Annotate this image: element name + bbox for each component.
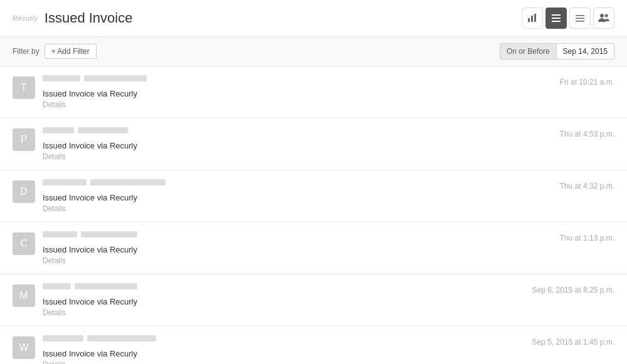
item-time: Sep 6, 2015 at 8:25 p.m. [532,286,614,294]
item-description: Issued Invoice via Recurly [43,89,614,98]
filter-bar: Filter by + Add Filter On or Before Sep … [0,37,627,66]
add-filter-button[interactable]: + Add Filter [45,44,97,59]
redacted-detail [78,127,128,133]
header-icons [522,8,614,29]
lines-icon-button[interactable] [569,8,591,29]
svg-rect-4 [552,18,561,19]
item-content: Issued Invoice via Recurly Details [43,75,614,109]
item-details-link[interactable]: Details [43,360,66,364]
avatar: C [13,232,35,255]
item-details-link[interactable]: Details [43,152,66,161]
invoice-list: T Issued Invoice via Recurly Details Fri… [0,66,627,364]
svg-rect-6 [576,15,584,16]
item-description: Issued Invoice via Recurly [43,141,614,150]
redacted-name [43,127,74,133]
filter-right: On or Before Sep 14, 2015 [500,43,614,60]
list-item: T Issued Invoice via Recurly Details Fri… [0,66,627,118]
svg-rect-0 [528,18,530,22]
list-item: P Issued Invoice via Recurly Details Thu… [0,118,627,170]
filter-left: Filter by + Add Filter [13,44,97,59]
redacted-detail [87,335,156,341]
redacted-name [43,335,83,341]
avatar: D [13,180,35,203]
people-icon [598,13,609,23]
date-filter-button[interactable]: Sep 14, 2015 [556,43,614,60]
item-details-link[interactable]: Details [43,308,66,317]
redacted-name [43,283,71,289]
lines-icon [575,13,585,23]
item-content: Issued Invoice via Recurly Details [43,283,614,317]
item-time: Thu at 4:53 p.m. [560,130,614,138]
svg-rect-5 [552,21,561,22]
redacted-name [43,75,80,81]
bar-chart-icon [527,13,537,23]
list-item: M Issued Invoice via Recurly Details Sep… [0,274,627,326]
redacted-row [43,231,614,241]
header: Recurly Issued Invoice [0,0,627,37]
avatar: T [13,76,35,99]
redacted-name [43,179,87,185]
redacted-row [43,179,614,189]
item-time: Fri at 10:21 a.m. [560,78,614,86]
item-time: Thu at 4:32 p.m. [560,182,614,190]
item-description: Issued Invoice via Recurly [43,245,614,254]
people-icon-button[interactable] [593,8,614,29]
svg-rect-7 [576,18,584,19]
redacted-row [43,127,614,137]
svg-rect-1 [531,16,533,22]
svg-point-9 [600,14,604,18]
avatar: M [13,284,35,307]
list-item: C Issued Invoice via Recurly Details Thu… [0,222,627,274]
page-title: Issued Invoice [45,10,133,26]
item-time: Sep 5, 2015 at 1:45 p.m. [532,338,614,346]
list-icon-button[interactable] [545,8,567,29]
redacted-row [43,283,614,293]
svg-rect-2 [534,14,536,22]
redacted-detail [81,231,137,237]
bar-chart-icon-button[interactable] [522,8,543,29]
svg-rect-3 [552,14,561,16]
redacted-row [43,335,614,345]
redacted-detail [90,179,166,185]
avatar: P [13,128,35,151]
item-details-link[interactable]: Details [43,256,66,265]
header-left: Recurly Issued Invoice [13,10,132,26]
list-item: D Issued Invoice via Recurly Details Thu… [0,170,627,222]
list-icon [551,13,561,23]
item-description: Issued Invoice via Recurly [43,297,614,306]
on-or-before-label: On or Before [500,43,556,60]
item-content: Issued Invoice via Recurly Details [43,127,614,161]
item-time: Thu at 1:13 p.m. [560,234,614,242]
item-details-link[interactable]: Details [43,100,66,109]
svg-rect-8 [576,21,584,22]
item-description: Issued Invoice via Recurly [43,193,614,202]
redacted-detail [84,75,147,81]
redacted-detail [75,283,137,289]
item-content: Issued Invoice via Recurly Details [43,335,614,364]
svg-point-10 [605,14,608,18]
recurly-logo: Recurly [13,14,38,22]
filter-by-label: Filter by [13,47,40,56]
item-description: Issued Invoice via Recurly [43,349,614,358]
item-content: Issued Invoice via Recurly Details [43,231,614,265]
redacted-name [43,231,77,237]
list-item: W Issued Invoice via Recurly Details Sep… [0,326,627,364]
redacted-row [43,75,614,85]
avatar: W [13,336,35,359]
item-details-link[interactable]: Details [43,204,66,213]
item-content: Issued Invoice via Recurly Details [43,179,614,213]
